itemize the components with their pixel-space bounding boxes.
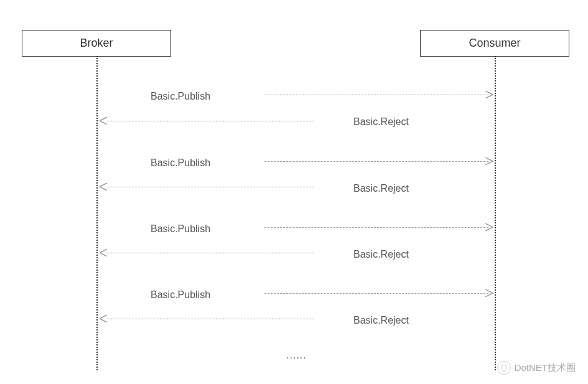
msg-publish: Basic.Publish [151, 223, 210, 235]
arrow-right [264, 161, 488, 162]
watermark-text: DotNET技术圈 [515, 362, 576, 374]
participant-label: Consumer [469, 37, 520, 49]
msg-reject: Basic.Reject [353, 249, 409, 260]
wechat-icon [497, 361, 511, 375]
arrow-left [107, 187, 314, 187]
msg-reject: Basic.Reject [353, 315, 409, 326]
participant-consumer: Consumer [420, 30, 569, 57]
msg-reject: Basic.Reject [353, 116, 409, 128]
sequence-diagram: Broker Consumer Basic.Publish Basic.Reje… [0, 0, 588, 384]
arrowhead-right-icon [485, 289, 494, 297]
arrowhead-right-icon [485, 157, 494, 165]
arrowhead-left-icon [100, 249, 108, 256]
lifeline-consumer [495, 56, 496, 370]
arrow-right [264, 227, 488, 228]
arrow-right [264, 293, 488, 294]
arrow-left [107, 253, 314, 253]
msg-publish: Basic.Publish [151, 157, 210, 169]
arrow-left [107, 319, 314, 319]
msg-reject: Basic.Reject [353, 183, 409, 194]
arrowhead-right-icon [485, 223, 494, 231]
msg-publish: Basic.Publish [151, 91, 210, 102]
watermark: DotNET技术圈 [497, 361, 576, 375]
msg-publish: Basic.Publish [151, 289, 210, 301]
participant-broker: Broker [22, 30, 171, 57]
arrowhead-right-icon [485, 91, 494, 98]
arrowhead-left-icon [100, 117, 108, 124]
arrowhead-left-icon [100, 183, 108, 190]
lifeline-broker [96, 56, 98, 370]
continuation-dots: ...... [286, 350, 307, 361]
arrow-left [107, 121, 314, 121]
participant-label: Broker [80, 37, 113, 49]
arrow-right [264, 95, 488, 95]
arrowhead-left-icon [100, 315, 108, 322]
